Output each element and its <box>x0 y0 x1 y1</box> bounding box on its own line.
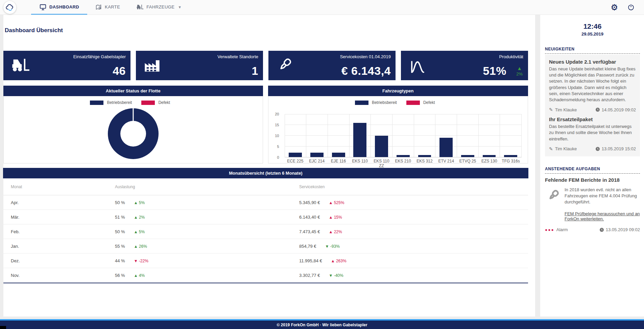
tab-fahrzeuge[interactable]: FAHRZEUGE ▼ <box>128 0 190 15</box>
tab-karte[interactable]: KARTE <box>87 0 128 15</box>
clock-icon <box>596 147 600 151</box>
settings-gear-icon[interactable]: ⚙ <box>611 3 618 12</box>
table-row: Apr.50 %▲ 5%5.345,90 €▲ 525% <box>3 195 528 210</box>
bar-xlabel: EZS 130 <box>478 159 500 168</box>
kpi-card-standorte: Verwaltete Standorte 1 <box>136 51 263 80</box>
col-header-servicekosten: Servicekosten <box>299 184 528 189</box>
legend-label: Betriebsbereit <box>107 100 132 105</box>
cell-servicekosten: 6.143,40 €▲ 15% <box>299 215 528 220</box>
bar-EJE 116 <box>332 153 345 157</box>
news-title: Ihr Ersatzteilpaket <box>549 116 636 122</box>
tab-karte-label: KARTE <box>105 4 120 9</box>
forklift-icon <box>11 57 30 74</box>
kpi-value: € 6.143,4 <box>341 64 391 78</box>
factory-icon <box>143 57 161 74</box>
monthly-table-rows: Apr.50 %▲ 5%5.345,90 €▲ 525%Mär.51 %▲ 2%… <box>3 195 528 283</box>
bar-xlabel: EJC 214 <box>306 159 328 168</box>
donut-ring <box>108 108 159 159</box>
tab-dashboard[interactable]: DASHBOARD <box>31 0 87 15</box>
map-icon <box>95 4 102 10</box>
bar-EZS 130 <box>483 155 496 157</box>
servicekosten-trend: ▲ 22% <box>329 229 342 234</box>
kpi-card-gabelstapler: Einsatzfähige Gabelstapler 46 <box>3 51 130 80</box>
curve-icon <box>408 57 427 75</box>
donut-slice-gap <box>133 108 134 122</box>
bar-xlabel: EKS 110 <box>349 159 371 168</box>
news-meta: ✎ Tim Klauke 14.05.2019 09:02 <box>549 107 636 112</box>
cell-monat: Dez. <box>3 258 115 263</box>
donut-hole <box>120 121 146 147</box>
vehicle-types-title: Fahrzeugtypen <box>268 86 528 96</box>
servicekosten-trend: ▲ 263% <box>331 259 347 263</box>
app-logo[interactable] <box>3 1 16 14</box>
bar-ytick: 15 <box>275 123 279 127</box>
task-title: Fehlende FEM Berichte in 2018 <box>545 177 640 183</box>
bar-EKS 110 <box>353 123 366 157</box>
kpi-value: 51% <box>483 64 506 78</box>
screwdriver-icon <box>276 56 293 75</box>
cell-auslastung: 50 %▲ 5% <box>115 229 299 234</box>
cell-monat: Nov. <box>3 273 115 278</box>
auslastung-trend: ▲ 4% <box>134 273 145 278</box>
bar-EKS 110 ZZ <box>375 136 388 157</box>
legend-label: Defekt <box>158 100 170 105</box>
topbar: DASHBOARD KARTE <box>0 0 644 15</box>
bar-ytick: 0 <box>277 155 279 159</box>
bar-xlabel: EKS 110 ZZ <box>371 159 392 168</box>
legend-swatch-betriebsbereit <box>90 101 103 105</box>
bar-EKS 312 <box>418 155 431 157</box>
table-header-row: Monat Auslastung Servicekosten <box>3 178 528 195</box>
bar-xlabel: TFG 316s <box>500 159 522 168</box>
alarm-dots-icon: ●●● <box>545 227 554 232</box>
bar-ETV 214 <box>439 138 453 157</box>
legend-swatch-defekt <box>141 101 155 105</box>
news-author: Tim Klauke <box>555 146 577 151</box>
table-row: Nov.56 %▲ 4%3.302,77 €▼ -40% <box>3 268 528 283</box>
task-link[interactable]: FEM Prüfbelege heraussuchen und an ForkO… <box>565 211 640 221</box>
task-timestamp: 13.05.2019 09:02 <box>606 227 640 232</box>
task-body: In 2018 wurden evtl. nicht an allen Fahr… <box>565 187 640 205</box>
bar-slot <box>350 114 371 157</box>
bar-slot <box>479 114 500 157</box>
cell-auslastung: 51 %▲ 2% <box>115 215 299 220</box>
right-sidebar: 12:46 29.05.2019 NEUIGKEITEN Neues Updat… <box>540 15 644 316</box>
bar-slot <box>306 114 328 157</box>
kpi-label: Servicekosten 01.04.2019 <box>340 54 391 59</box>
cloud-logo-icon <box>5 3 14 12</box>
bar-EJC 214 <box>310 153 324 157</box>
charts-row: Aktueller Status der Flotte Betriebsbere… <box>3 86 528 163</box>
bar-slot <box>457 114 479 157</box>
cell-monat: Mär. <box>3 215 115 220</box>
current-time: 12:46 <box>545 22 640 30</box>
bar-chart-legend: Betriebsbereit Defekt <box>268 100 528 105</box>
kpi-value: 1 <box>252 64 258 78</box>
task-item: Fehlende FEM Berichte in 2018 In 2018 wu… <box>545 177 640 233</box>
news-item[interactable]: Neues Update 2.1 verfügbar Das neue Upda… <box>549 59 636 112</box>
monthly-table: Monatsübersicht (letzten 6 Monate) Monat… <box>3 168 528 283</box>
legend-label: Betriebsbereit <box>372 100 397 105</box>
auslastung-trend: ▲ 5% <box>134 229 145 234</box>
pencil-icon: ✎ <box>549 107 553 112</box>
cell-monat: Jan. <box>3 244 115 249</box>
cell-servicekosten: 854,79 €▼ -93% <box>299 244 528 249</box>
servicekosten-trend: ▲ 15% <box>329 215 342 220</box>
bar-chart-yaxis: 51015200 <box>268 114 282 157</box>
legend-swatch-defekt <box>406 101 420 105</box>
news-item[interactable]: Ihr Ersatzteilpaket Das bestellte Ersatz… <box>549 116 636 152</box>
trend-value: 2% <box>516 71 523 76</box>
cell-monat: Apr. <box>3 200 115 205</box>
cell-monat: Feb. <box>3 229 115 234</box>
kpi-card-servicekosten: Servicekosten 01.04.2019 € 6.143,4 <box>268 51 396 80</box>
news-title: Neues Update 2.1 verfügbar <box>549 59 636 65</box>
bar-ytick: 20 <box>275 112 279 116</box>
logout-power-icon[interactable] <box>627 4 635 11</box>
footer-text: © 2019 ForkOn GmbH · Wir lieben Gabelsta… <box>277 323 367 327</box>
topbar-actions: ⚙ <box>611 3 635 12</box>
tab-fahrzeuge-label: FAHRZEUGE <box>146 4 174 9</box>
news-meta: ✎ Tim Klauke 13.05.2019 15:02 <box>549 146 636 152</box>
news-body: Das bestellte Ersatzteilpaket ist unterw… <box>549 124 636 142</box>
bar-chart-xlabels: ECE 225EJC 214EJE 116EKS 110EKS 110 ZZEK… <box>285 159 522 168</box>
servicekosten-trend: ▼ -93% <box>325 244 340 249</box>
trend-up-icon: ▲ <box>516 66 523 71</box>
news-card: Neues Update 2.1 verfügbar Das neue Upda… <box>545 55 640 156</box>
